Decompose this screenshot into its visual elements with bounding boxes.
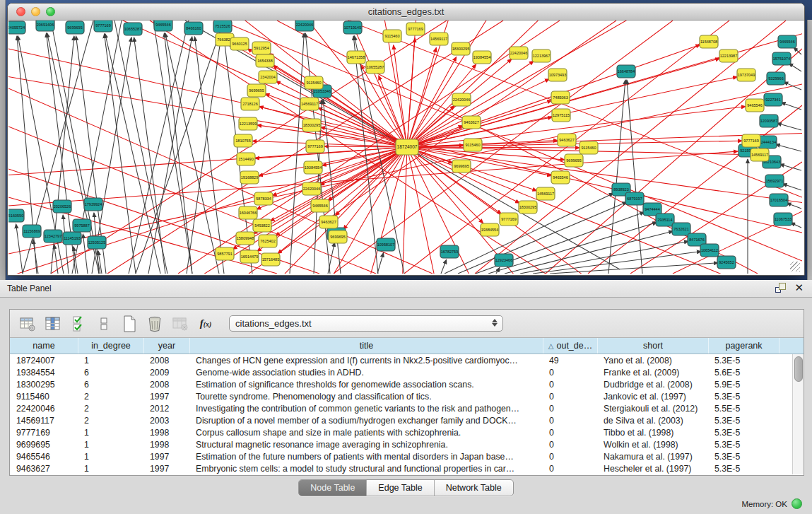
network-node[interactable]: 17016504	[770, 194, 788, 206]
network-node[interactable]: 12213967	[532, 49, 551, 62]
scrollbar-thumb[interactable]	[794, 356, 803, 382]
network-node[interactable]: 9699695	[452, 160, 471, 173]
table-row[interactable]: 1938455462009Genome-wide association stu…	[10, 366, 804, 378]
column-header-short[interactable]: short	[597, 338, 708, 354]
network-node[interactable]: 10655287	[124, 23, 142, 35]
network-node[interactable]: 17939924	[84, 198, 102, 211]
table-row[interactable]: 1456911722003Disruption of a novel membe…	[10, 414, 804, 426]
network-node[interactable]: 9227341	[764, 93, 782, 106]
table-vertical-scrollbar[interactable]	[792, 354, 804, 474]
network-node[interactable]: 7632621	[672, 223, 690, 235]
network-node[interactable]: 16648784	[617, 65, 635, 78]
network-node[interactable]: 9329966	[767, 72, 785, 85]
network-node[interactable]: 19384554	[473, 51, 491, 64]
network-hub-node[interactable]: 18724007	[396, 139, 418, 155]
network-view-canvas[interactable]: 2405572420691406969969597771691065528794…	[8, 21, 802, 274]
network-node[interactable]: 2935114	[656, 214, 674, 226]
network-node[interactable]: 1810755	[234, 134, 252, 147]
network-node[interactable]: 15716485	[261, 253, 280, 266]
network-node[interactable]: 9115460	[579, 141, 598, 154]
network-node[interactable]: 8466160	[184, 22, 203, 35]
network-node[interactable]: 9245652	[717, 256, 736, 269]
network-node[interactable]: 19737049	[737, 69, 755, 81]
network-window-titlebar[interactable]: citations_edges.txt	[8, 4, 804, 21]
network-node[interactable]: 1654338	[256, 54, 274, 67]
network-node[interactable]: 9465546	[746, 99, 764, 112]
network-node[interactable]: 9115460	[464, 139, 482, 151]
window-resize-grip[interactable]	[790, 262, 800, 271]
network-node[interactable]: 9465546	[778, 35, 796, 48]
column-header-in_degree[interactable]: in_degree	[78, 338, 143, 354]
network-node[interactable]: 22420046	[510, 47, 528, 59]
network-node[interactable]: 12213599	[239, 117, 257, 130]
function-builder-icon[interactable]: f(x)	[195, 313, 216, 334]
network-node[interactable]: 9777169	[306, 140, 324, 153]
network-node[interactable]: 10973493	[548, 69, 567, 81]
network-node[interactable]: 2718126	[241, 98, 259, 110]
network-node[interactable]: 5878334	[254, 192, 273, 205]
delete-table-icon[interactable]	[144, 313, 165, 334]
network-node[interactable]: 25160590	[8, 209, 24, 222]
network-node[interactable]: 9463627	[462, 116, 481, 129]
table-header-row[interactable]: namein_degreeyeartitle△out_de…shortpager…	[10, 338, 804, 354]
network-node[interactable]: 9857791	[216, 247, 234, 260]
network-node[interactable]: 19168829	[240, 171, 259, 184]
network-node[interactable]: 9699695	[329, 230, 347, 243]
network-node[interactable]: 22420046	[452, 93, 471, 106]
table-row[interactable]: 946362711997Embryonic stem cells: a mode…	[10, 462, 804, 474]
network-node[interactable]: 11548708	[700, 35, 718, 48]
network-node[interactable]: 5493822	[253, 219, 271, 232]
network-node[interactable]: 14569117	[751, 148, 769, 161]
network-node[interactable]: 9465546	[551, 171, 570, 184]
close-panel-icon[interactable]: ✕	[794, 283, 804, 293]
network-node[interactable]: 11156869	[23, 225, 41, 238]
network-node[interactable]: 9115460	[305, 76, 323, 89]
column-header-out_de[interactable]: △out_de…	[543, 338, 597, 354]
network-node[interactable]: 2342004	[259, 71, 277, 83]
row-height-icon[interactable]	[93, 313, 114, 334]
network-node[interactable]: 11067533	[774, 213, 792, 226]
column-header-year[interactable]: year	[143, 338, 189, 354]
column-header-pagerank[interactable]: pagerank	[708, 338, 779, 354]
table-row[interactable]: 946554611997Estimation of the future num…	[10, 450, 804, 462]
column-header-name[interactable]: name	[10, 338, 78, 354]
network-node[interactable]: 9699695	[565, 154, 583, 167]
network-node[interactable]: 10654112	[700, 244, 719, 257]
network-node[interactable]: 12093587	[760, 115, 778, 127]
network-node[interactable]: 6879197	[625, 192, 644, 205]
network-node[interactable]: 19384554	[304, 161, 322, 174]
network-node[interactable]: 12505125	[88, 236, 106, 249]
network-node[interactable]: 18300295	[519, 201, 537, 214]
column-header-title[interactable]: title	[189, 338, 543, 354]
select-columns-icon[interactable]	[68, 313, 89, 334]
table-row[interactable]: 2242004622012Investigating the contribut…	[10, 402, 804, 414]
table-mode-icon[interactable]	[17, 313, 38, 334]
network-node[interactable]: 12975115	[552, 109, 570, 122]
network-node[interactable]: 7625402	[259, 235, 277, 247]
network-node[interactable]: 7485063	[551, 91, 570, 104]
network-node[interactable]: 9777169	[94, 21, 112, 32]
float-panel-icon[interactable]	[775, 283, 786, 293]
network-node[interactable]: 9777169	[500, 213, 518, 226]
network-node[interactable]: 12444134	[758, 136, 777, 148]
network-node[interactable]: 16046766	[239, 206, 257, 219]
network-node[interactable]: 16782759	[440, 245, 459, 258]
network-node[interactable]: 12213987	[719, 49, 738, 62]
table-row[interactable]: 1872400712008Changes of HCN gene express…	[10, 354, 804, 366]
network-node[interactable]: 12923466	[495, 254, 513, 267]
network-node[interactable]: 9463627	[558, 134, 576, 146]
tab-node-table[interactable]: Node Table	[299, 480, 366, 496]
network-node[interactable]: 14671358	[347, 51, 365, 64]
network-node[interactable]: 24055724	[8, 21, 25, 34]
network-node[interactable]: 14569117	[430, 33, 448, 45]
network-node[interactable]: 9660125	[230, 37, 249, 50]
network-node[interactable]: 15809948	[236, 232, 254, 245]
table-row[interactable]: 977716911998Corpus callosum shape and si…	[10, 426, 804, 438]
network-node[interactable]: 7515526	[213, 21, 232, 33]
network-node[interactable]: 15692971	[765, 175, 784, 187]
table-row[interactable]: 969969511998Structural magnetic resonanc…	[10, 438, 804, 450]
network-node[interactable]: 20691406	[36, 21, 54, 31]
network-node[interactable]: 9465546	[311, 199, 329, 212]
new-table-icon[interactable]	[119, 313, 140, 334]
network-node[interactable]: 1514490	[237, 153, 255, 165]
